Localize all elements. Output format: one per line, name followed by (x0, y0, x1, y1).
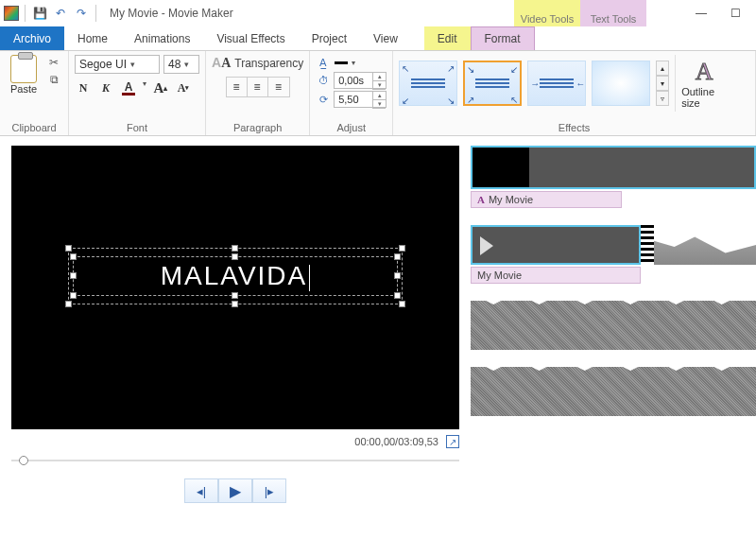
ribbon-tabs: Archivo Home Animations Visual Effects P… (0, 26, 756, 51)
font-size-combo[interactable]: 48▾ (163, 55, 199, 74)
context-tabs: Video Tools Text Tools (514, 0, 646, 26)
caption-track-2[interactable]: My Movie (471, 267, 641, 284)
effect-4[interactable] (592, 61, 650, 106)
video-preview[interactable]: MALAVIDA (11, 146, 459, 429)
bg-color-icon[interactable] (334, 55, 349, 70)
effect-3[interactable]: →← (527, 61, 586, 106)
play-button[interactable]: ▶ (218, 478, 252, 503)
title-bar: 💾 ↶ ↷ My Movie - Movie Maker Video Tools… (0, 0, 756, 26)
text-cursor (309, 265, 310, 291)
timeline-track-1[interactable]: AMy Movie (471, 146, 756, 208)
group-clipboard: Paste ✂ ⧉ Clipboard (0, 51, 69, 135)
minimize-button[interactable]: — (684, 2, 718, 25)
group-font: Segoe UI▾ 48▾ N K A ▾ A▴ A▾ Font (69, 51, 206, 135)
shrink-font-button[interactable]: A▾ (175, 79, 192, 96)
align-left-button[interactable]: ≡ (227, 78, 248, 96)
group-label-paragraph: Paragraph (212, 120, 303, 133)
redo-icon[interactable]: ↷ (71, 3, 92, 24)
tab-project[interactable]: Project (299, 26, 360, 50)
timeline-track-3[interactable] (471, 301, 756, 350)
bold-button[interactable]: N (75, 79, 92, 96)
grow-font-button[interactable]: A▴ (152, 79, 169, 96)
caption-track-1[interactable]: AMy Movie (471, 191, 622, 208)
app-icon (4, 6, 19, 21)
seek-thumb[interactable] (19, 456, 28, 465)
preview-pane: MALAVIDA 00:00,00/03:09,53 ↗ ◂| ▶ |▸ (0, 136, 471, 539)
context-tab-text[interactable]: Text Tools (580, 0, 646, 26)
tab-visual-effects[interactable]: Visual Effects (203, 26, 298, 50)
timeline-track-4[interactable] (471, 367, 756, 416)
clipboard-icon (10, 55, 37, 83)
font-color-button[interactable]: A (120, 79, 137, 96)
tab-file[interactable]: Archivo (0, 26, 64, 50)
paste-button[interactable]: Paste (6, 55, 42, 95)
seek-bar[interactable] (11, 454, 459, 467)
next-frame-button[interactable]: |▸ (252, 478, 286, 503)
preview-text[interactable]: MALAVIDA (161, 261, 308, 290)
group-label-effects: Effects (399, 120, 749, 133)
duration-spinner[interactable]: 5,50▴▾ (334, 91, 387, 108)
window-title: My Movie - Movie Maker (110, 7, 233, 20)
group-adjust: A̲ ▾ ⏱ 0,00s▴▾ ⟳ 5,50▴▾ Adjust (310, 51, 393, 135)
tab-animations[interactable]: Animations (121, 26, 203, 50)
effect-1[interactable]: ↖↗↙↘ (399, 61, 457, 106)
transparency-icon: AA (212, 55, 231, 71)
tab-view[interactable]: View (360, 26, 411, 50)
group-effects: ↖↗↙↘ ↘↙↗↖ →← ▴▾▿ A Outline size Effects (393, 51, 756, 135)
ribbon: Paste ✂ ⧉ Clipboard Segoe UI▾ 48▾ N K A … (0, 51, 756, 136)
timeline-track-2[interactable]: My Movie (471, 225, 756, 284)
effects-scroll[interactable]: ▴▾▿ (656, 61, 669, 106)
edit-text-icon[interactable]: A̲ (316, 55, 331, 70)
outline-A-icon: A (696, 58, 713, 86)
workspace: MALAVIDA 00:00,00/03:09,53 ↗ ◂| ▶ |▸ AMy… (0, 136, 756, 539)
start-time-spinner[interactable]: 0,00s▴▾ (334, 72, 387, 89)
copy-icon[interactable]: ⧉ (45, 72, 62, 87)
prev-frame-button[interactable]: ◂| (184, 478, 218, 503)
group-paragraph: AA Transparency ≡ ≡ ≡ Paragraph (206, 51, 310, 135)
tab-edit[interactable]: Edit (424, 26, 471, 50)
qa-separator-2 (95, 5, 96, 22)
group-label-font: Font (75, 120, 199, 133)
italic-button[interactable]: K (97, 79, 114, 96)
group-label-adjust: Adjust (316, 120, 387, 133)
transparency-label[interactable]: Transparency (234, 57, 303, 70)
timecode: 00:00,00/03:09,53 (354, 436, 438, 447)
undo-icon[interactable]: ↶ (50, 3, 71, 24)
outline-size-button[interactable]: A Outline size (681, 58, 727, 109)
font-name-combo[interactable]: Segoe UI▾ (75, 55, 160, 74)
group-label-clipboard: Clipboard (6, 120, 62, 133)
alignment-group: ≡ ≡ ≡ (226, 77, 290, 97)
timeline-pane[interactable]: AMy Movie My Movie (471, 136, 756, 539)
save-icon[interactable]: 💾 (29, 3, 50, 24)
align-right-button[interactable]: ≡ (268, 78, 289, 96)
maximize-button[interactable]: ☐ (718, 2, 752, 25)
effect-2[interactable]: ↘↙↗↖ (463, 61, 522, 106)
text-track-icon: A (477, 194, 485, 205)
playback-controls: ◂| ▶ |▸ (11, 478, 459, 503)
qa-separator (25, 5, 26, 22)
cut-icon[interactable]: ✂ (45, 55, 62, 70)
tab-home[interactable]: Home (64, 26, 121, 50)
start-time-icon: ⏱ (316, 73, 331, 88)
duration-icon: ⟳ (316, 92, 331, 107)
text-box[interactable]: MALAVIDA (68, 248, 403, 304)
align-center-button[interactable]: ≡ (248, 78, 268, 96)
tab-format[interactable]: Format (471, 26, 535, 50)
fullscreen-icon[interactable]: ↗ (446, 435, 459, 448)
context-tab-video[interactable]: Video Tools (514, 0, 580, 26)
